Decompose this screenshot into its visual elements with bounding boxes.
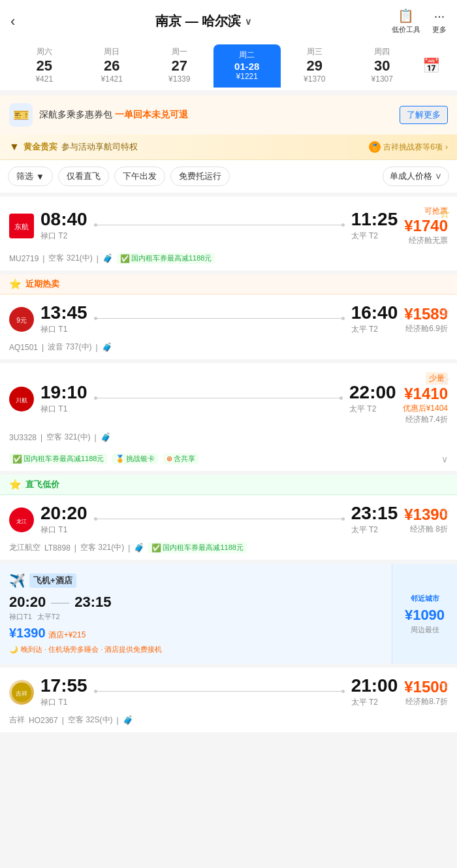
price-0: ¥421 <box>13 74 76 84</box>
free-baggage-button[interactable]: 免费托运行 <box>170 167 230 186</box>
route-text: 南京 — 哈尔滨 <box>155 12 241 30</box>
day-3: 01-28 <box>216 61 279 72</box>
depart-airport-3: 禄口 T1 <box>40 404 87 415</box>
arrive-time-2: 16:40 <box>351 304 398 322</box>
favorite-star-3[interactable]: ☆ <box>439 372 450 388</box>
arrive-airport-4: 太平 T2 <box>351 524 398 536</box>
date-tab-5[interactable]: 周四 30 ¥1307 <box>349 41 417 90</box>
hot-star-icon: ⭐ <box>9 278 22 290</box>
svg-text:川航: 川航 <box>16 397 27 404</box>
depart-airport-6: 禄口 T1 <box>40 697 87 708</box>
more-button[interactable]: ··· 更多 <box>432 8 447 35</box>
favorite-star-1[interactable]: ☆ <box>439 206 450 221</box>
date-tab-3[interactable]: 周二 01-28 ¥1221 <box>213 44 281 88</box>
aircraft-6: 空客 32S(中) <box>68 715 113 726</box>
arrive-time-3: 22:00 <box>349 383 396 402</box>
aircraft-4: 空客 321(中) <box>80 542 124 553</box>
airline-logo-1: 东航 <box>9 214 34 238</box>
svg-text:吉祥: 吉祥 <box>16 690 27 697</box>
more-label: 更多 <box>432 25 447 35</box>
depart-airport-4: 禄口 T1 <box>40 524 87 536</box>
filter-button[interactable]: 筛选 ▼ <box>8 167 53 186</box>
flight-card-3[interactable]: 川航 19:10 禄口 T1 22:00 太平 T2 少量 ¥1410 <box>0 363 457 471</box>
rental-tag-3: ✅ 国内租车券最高减1188元 <box>9 453 107 464</box>
favorite-star-6[interactable]: ☆ <box>439 677 450 692</box>
svg-text:9元: 9元 <box>16 317 27 324</box>
date-tab-2[interactable]: 周一 27 ¥1339 <box>146 41 213 90</box>
date-tabs: 周六 25 ¥421 周日 26 ¥1421 周一 27 ¥1339 周二 01… <box>10 41 447 90</box>
hotel-price-extra: 酒店+¥215 <box>48 630 86 641</box>
airline-code-1: MU2719 <box>9 254 39 263</box>
price-sub-3: 经济舱7.4折 <box>405 414 448 425</box>
arrive-time-1: 11:25 <box>351 210 398 229</box>
calendar-button[interactable]: 📅 <box>416 52 447 80</box>
hotel-combo-card[interactable]: ✈️ 飞机+酒店 20:20 —— 23:15 禄口T1 太平T2 ¥1390 … <box>0 564 457 664</box>
price-filter-button[interactable]: 单成人价格 ∨ <box>383 167 449 186</box>
promo-banner: 🎫 深航多乘多惠券包 一单回本未兑可退 了解更多 <box>0 95 457 135</box>
more-icon: ··· <box>434 8 445 24</box>
aircraft-3: 空客 321(中) <box>46 432 90 443</box>
depart-airport-1: 禄口 T2 <box>40 231 87 242</box>
flight-info-4: 龙江航空 LT8898 | 空客 321(中) | 🧳 ✅ 国内租车券最高减11… <box>0 542 457 560</box>
aircraft-1: 空客 321(中) <box>48 253 92 264</box>
gold-member-bar[interactable]: ▼ 黄金贵宾 参与活动享航司特权 🏅 吉祥挑战赛等6项 › <box>0 135 457 160</box>
date-tab-1[interactable]: 周日 26 ¥1421 <box>78 41 146 90</box>
filter-funnel-icon: ▼ <box>36 172 44 182</box>
calendar-icon: 📅 <box>422 57 440 74</box>
back-button[interactable]: ‹ <box>10 13 15 30</box>
learn-more-button[interactable]: 了解更多 <box>400 106 448 124</box>
direct-low-price-section: ⭐ 直飞低价 <box>0 475 457 495</box>
date-tab-4[interactable]: 周三 29 ¥1370 <box>281 41 349 90</box>
price-4: ¥1370 <box>283 74 346 84</box>
flight-card-1[interactable]: 东航 08:40 禄口 T2 11:25 太平 T2 可抢票 ¥1740 <box>0 197 457 270</box>
depart-airport-2: 禄口 T1 <box>40 324 87 335</box>
favorite-star-2[interactable]: ☆ <box>439 304 450 319</box>
clipboard-icon: 📋 <box>398 8 414 24</box>
direct-star-icon: ⭐ <box>9 479 22 490</box>
low-price-tool-label: 低价工具 <box>392 25 420 35</box>
price-sub-6: 经济舱8.7折 <box>405 696 448 707</box>
extra-tag1-3: 🏅 挑战银卡 <box>112 453 158 464</box>
hotel-depart-airport: 禄口T1 <box>9 612 32 622</box>
airline-code-6: HO2367 <box>29 716 58 725</box>
airline-logo-3: 川航 <box>9 387 34 411</box>
luggage-icon-2: 🧳 <box>102 342 112 352</box>
direct-only-button[interactable]: 仅看直飞 <box>58 167 109 186</box>
price-2: ¥1339 <box>148 74 211 84</box>
depart-time-3: 19:10 <box>40 383 87 402</box>
banner-icon: 🎫 <box>9 103 33 127</box>
day-5: 30 <box>351 57 414 74</box>
flight-card-2[interactable]: 9元 13:45 禄口 T1 16:40 太平 T2 ¥1589 经济舱6.9折 <box>0 295 457 359</box>
aircraft-2: 波音 737(中) <box>48 342 91 353</box>
flight-info-2: AQ1501 | 波音 737(中) | 🧳 <box>0 342 457 359</box>
weekday-0: 周六 <box>13 46 76 57</box>
hotel-arrive-airport: 太平T2 <box>37 612 60 622</box>
banner-text: 深航多乘多惠券包 一单回本未兑可退 <box>39 109 188 121</box>
flight-info-1: MU2719 | 空客 321(中) | 🧳 ✅ 国内租车券最高减1188元 <box>0 253 457 270</box>
header-actions: 📋 低价工具 ··· 更多 <box>392 8 447 35</box>
plane-icon: ✈️ <box>9 573 25 588</box>
airline-code-3: 3U3328 <box>9 433 37 442</box>
route-chevron-icon: ∨ <box>245 16 251 27</box>
luggage-icon-1: 🧳 <box>102 253 113 263</box>
gold-label: 黄金贵宾 <box>24 141 57 153</box>
afternoon-depart-button[interactable]: 下午出发 <box>114 167 165 186</box>
flight-card-6[interactable]: 吉祥 17:55 禄口 T1 21:00 太平 T2 ¥1500 经济舱8.7折 <box>0 667 457 732</box>
favorite-star-4[interactable]: ☆ <box>439 504 450 520</box>
low-price-tool-button[interactable]: 📋 低价工具 <box>392 8 420 35</box>
flight-card-4[interactable]: 龙江 20:20 禄口 T1 23:15 太平 T2 ¥1390 经济舱 8折 <box>0 495 457 560</box>
ticket-icon: 🎫 <box>13 107 29 123</box>
arrive-airport-6: 太平 T2 <box>351 697 398 708</box>
depart-time-1: 08:40 <box>40 210 87 229</box>
route-title[interactable]: 南京 — 哈尔滨 ∨ <box>155 12 251 30</box>
date-tab-0[interactable]: 周六 25 ¥421 <box>10 41 78 90</box>
nearby-city-panel[interactable]: 邻近城市 ¥1090 周边最佳 <box>392 564 457 664</box>
airline-logo-6: 吉祥 <box>9 680 34 705</box>
near-hot-sell-section: ⭐ 近期热卖 <box>0 274 457 295</box>
gold-bar-right-text: 吉祥挑战赛等6项 <box>383 142 443 153</box>
flight-info-3: 3U3328 | 空客 321(中) | 🧳 <box>0 432 457 449</box>
expand-arrow-3[interactable]: ∨ <box>441 454 448 464</box>
weekday-4: 周三 <box>283 46 346 57</box>
depart-time-4: 20:20 <box>40 504 87 522</box>
gold-bar-right[interactable]: 🏅 吉祥挑战赛等6项 › <box>369 141 448 153</box>
